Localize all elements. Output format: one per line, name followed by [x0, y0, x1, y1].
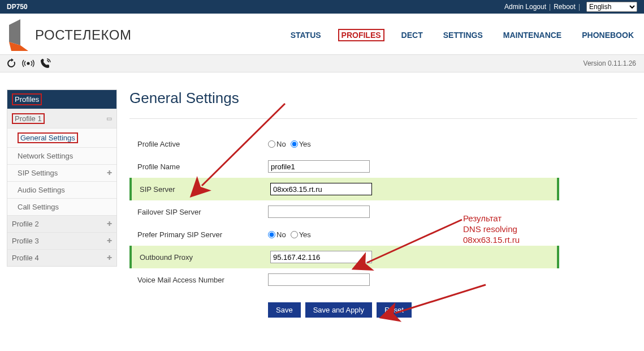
expand-icon: ✚ — [107, 254, 112, 262]
prefer-primary-yes[interactable]: Yes — [291, 230, 311, 239]
sidebar-profile-4[interactable]: Profile 4✚ — [7, 249, 116, 266]
form: Profile Active No Yes Profile Name SIP S… — [129, 132, 559, 291]
row-profile-name: Profile Name — [129, 155, 559, 178]
device-model: DP750 — [7, 3, 28, 11]
row-outbound-proxy: Outbound Proxy — [129, 246, 559, 268]
expand-icon: ✚ — [107, 237, 112, 245]
page-title: General Settings — [129, 89, 637, 107]
logo: РОСТЕЛЕКОМ — [7, 19, 131, 51]
row-profile-active: Profile Active No Yes — [129, 132, 559, 155]
svg-point-2 — [27, 62, 29, 65]
phone-icon[interactable] — [38, 57, 52, 70]
logo-icon — [7, 19, 31, 51]
reboot-link[interactable]: Reboot — [554, 3, 576, 11]
profile-active-no[interactable]: No — [268, 140, 286, 148]
sidebar-profile-3[interactable]: Profile 3✚ — [7, 232, 116, 249]
sidebar-general-settings[interactable]: General Settings — [7, 128, 116, 147]
nav-status[interactable]: STATUS — [287, 29, 325, 41]
toolbar: Version 0.11.1.26 — [0, 54, 644, 72]
language-select[interactable]: English — [586, 2, 637, 12]
main-nav: STATUS PROFILES DECT SETTINGS MAINTENANC… — [287, 29, 637, 41]
prefer-primary-no[interactable]: No — [268, 230, 286, 239]
expand-icon: ✚ — [107, 220, 112, 228]
sidebar-call-settings[interactable]: Call Settings — [7, 198, 116, 215]
header-row: РОСТЕЛЕКОМ STATUS PROFILES DECT SETTINGS… — [0, 14, 644, 54]
signal-icon[interactable] — [21, 57, 35, 70]
top-bar: DP750 Admin Logout | Reboot | English — [0, 0, 644, 14]
collapse-icon: ▭ — [106, 115, 112, 122]
annotation-text: Результат DNS resolving 08xx63.15.rt.ru — [463, 213, 520, 245]
reset-button[interactable]: Reset — [377, 302, 412, 318]
profile-active-yes[interactable]: Yes — [291, 140, 311, 148]
save-apply-button[interactable]: Save and Apply — [305, 302, 372, 318]
admin-logout-link[interactable]: Admin Logout — [504, 3, 546, 11]
row-voicemail: Voice Mail Access Number — [129, 268, 559, 291]
outbound-proxy-input[interactable] — [270, 251, 372, 263]
expand-icon: ✚ — [107, 169, 112, 177]
sidebar-head: Profiles — [7, 90, 116, 109]
svg-marker-0 — [9, 19, 20, 45]
sidebar-sip-settings[interactable]: SIP Settings✚ — [7, 164, 116, 181]
voicemail-input[interactable] — [268, 273, 370, 286]
sidebar-network-settings[interactable]: Network Settings — [7, 147, 116, 164]
sidebar: Profiles Profile 1 ▭ General Settings Ne… — [7, 89, 117, 267]
nav-settings[interactable]: SETTINGS — [440, 29, 486, 41]
nav-profiles[interactable]: PROFILES — [338, 29, 384, 41]
save-button[interactable]: Save — [268, 302, 301, 318]
sidebar-audio-settings[interactable]: Audio Settings — [7, 181, 116, 198]
failover-sip-input[interactable] — [268, 206, 370, 218]
sidebar-profile-1[interactable]: Profile 1 ▭ — [7, 109, 116, 128]
row-sip-server: SIP Server — [129, 178, 559, 200]
logo-text: РОСТЕЛЕКОМ — [35, 27, 131, 43]
sidebar-profile-2[interactable]: Profile 2✚ — [7, 215, 116, 232]
profile-name-input[interactable] — [268, 160, 370, 173]
version-text: Version 0.11.1.26 — [584, 59, 639, 67]
nav-dect[interactable]: DECT — [398, 29, 426, 41]
refresh-icon[interactable] — [5, 57, 18, 70]
nav-maintenance[interactable]: MAINTENANCE — [500, 29, 565, 41]
nav-phonebook[interactable]: PHONEBOOK — [578, 29, 637, 41]
button-row: Save Save and Apply Reset — [129, 302, 637, 318]
sip-server-input[interactable] — [270, 183, 372, 195]
content-area: General Settings Profile Active No Yes P… — [129, 89, 637, 318]
